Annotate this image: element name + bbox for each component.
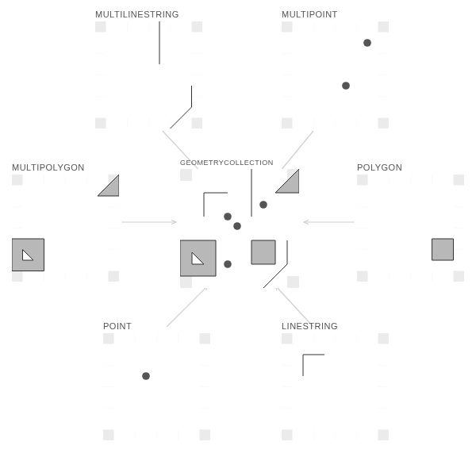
panel-multipolygon: MULTIPOLYGON xyxy=(12,163,119,285)
svg-point-44 xyxy=(224,213,232,221)
panel-multipoint: MULTIPOINT xyxy=(282,10,389,132)
svg-point-45 xyxy=(259,201,267,209)
plot-multipoint xyxy=(282,21,389,129)
plot-point xyxy=(103,333,210,440)
plot-geometrycollection xyxy=(180,169,299,288)
svg-point-47 xyxy=(224,260,232,268)
plot-multipolygon xyxy=(12,175,119,282)
label-point: POINT xyxy=(103,321,210,331)
label-polygon: POLYGON xyxy=(357,163,464,172)
plot-polygon xyxy=(357,175,464,282)
label-multipolygon: MULTIPOLYGON xyxy=(12,163,119,172)
svg-point-17 xyxy=(342,82,350,90)
plot-multilinestring xyxy=(95,21,202,129)
panel-geometrycollection: GEOMETRYCOLLECTION xyxy=(180,159,299,291)
label-multipoint: MULTIPOINT xyxy=(282,10,389,19)
plot-linestring xyxy=(282,333,389,440)
label-linestring: LINESTRING xyxy=(282,321,389,331)
svg-rect-34 xyxy=(432,239,454,260)
panel-multilinestring: MULTILINESTRING xyxy=(95,10,202,132)
svg-point-56 xyxy=(142,372,150,380)
svg-point-16 xyxy=(363,39,371,47)
panel-linestring: LINESTRING xyxy=(282,321,389,443)
panel-polygon: POLYGON xyxy=(357,163,464,285)
label-geometrycollection: GEOMETRYCOLLECTION xyxy=(180,159,299,167)
svg-point-46 xyxy=(233,222,241,230)
label-multilinestring: MULTILINESTRING xyxy=(95,10,202,19)
svg-rect-43 xyxy=(251,240,275,264)
panel-point: POINT xyxy=(103,321,210,443)
